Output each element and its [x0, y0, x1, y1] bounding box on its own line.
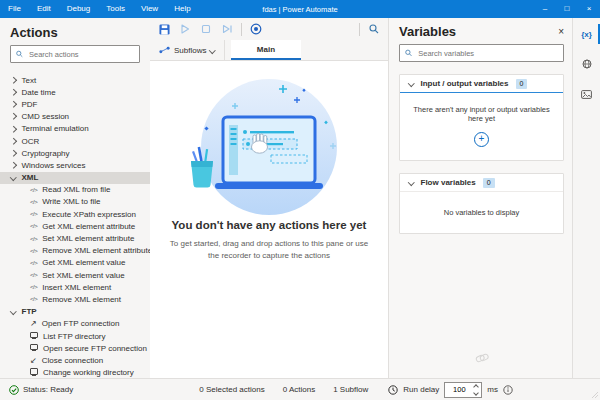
tree-group-xml[interactable]: XML: [0, 172, 150, 184]
subflows-dropdown[interactable]: Subflows: [150, 40, 225, 60]
search-flow-button[interactable]: [367, 21, 381, 37]
chevron-right-icon: [10, 77, 16, 83]
flow-variables-header[interactable]: Flow variables 0: [400, 174, 563, 192]
variables-search-input[interactable]: [416, 48, 558, 59]
tree-item-set-xml-element-value[interactable]: </>Set XML element value: [0, 269, 150, 281]
menu-view[interactable]: View: [133, 0, 166, 18]
chevron-right-icon: [10, 101, 16, 107]
tree-item-remove-xml-element-attribute[interactable]: </>Remove XML element attribute: [0, 245, 150, 257]
variables-search[interactable]: [399, 44, 564, 62]
io-variables-header[interactable]: Input / output variables 0: [400, 75, 563, 93]
tree-item-change-working-directory[interactable]: Change working directory: [0, 367, 150, 379]
tree-group-label: OCR: [22, 137, 40, 146]
tree-group-terminal-emulation[interactable]: Terminal emulation: [0, 123, 150, 135]
actions-panel: Actions Text Date time PDF CMD session T…: [0, 18, 151, 378]
tree-item-label: Close connection: [42, 356, 103, 365]
subflow-count: 1 Subflow: [333, 385, 368, 394]
monitor-icon: [30, 368, 38, 375]
close-icon[interactable]: ×: [578, 0, 600, 18]
tree-group-cryptography[interactable]: Cryptography: [0, 147, 150, 159]
tree-item-label: Open FTP connection: [42, 319, 120, 328]
chevron-down-icon: [408, 80, 414, 86]
menu-tools[interactable]: Tools: [98, 0, 133, 18]
tree-group-ftp[interactable]: FTP: [0, 306, 150, 318]
run-next-action-button[interactable]: [220, 21, 234, 37]
info-icon[interactable]: [503, 385, 513, 395]
flow-variables-empty-text: No variables to display: [412, 208, 551, 217]
tree-item-list-ftp-directory[interactable]: List FTP directory: [0, 330, 150, 342]
run-button[interactable]: [178, 21, 192, 37]
tree-group-label: Windows services: [22, 161, 86, 170]
subflow-tabs: Subflows Main: [150, 40, 388, 61]
minimize-icon[interactable]: –: [534, 0, 556, 18]
menu-file[interactable]: File: [0, 0, 29, 18]
tree-group-cmd-session[interactable]: CMD session: [0, 111, 150, 123]
status-bar: Status: Ready 0 Selected actions 0 Actio…: [0, 378, 600, 400]
rail-images-button[interactable]: [573, 82, 600, 106]
maximize-icon[interactable]: □: [556, 0, 578, 18]
menu-help[interactable]: Help: [166, 0, 198, 18]
tree-item-open-ftp-connection[interactable]: ↗Open FTP connection: [0, 318, 150, 330]
rail-variables-button[interactable]: {x}: [573, 22, 600, 46]
flow-variables-section: Flow variables 0 No variables to display: [399, 173, 564, 234]
tab-main-label: Main: [257, 45, 275, 54]
run-delay-unit: ms: [487, 385, 498, 394]
tree-group-windows-services[interactable]: Windows services: [0, 159, 150, 171]
tree-item-get-xml-element-value[interactable]: </>Get XML element value: [0, 257, 150, 269]
tree-item-write-xml-to-file[interactable]: </>Write XML to file: [0, 196, 150, 208]
tree-group-label: Terminal emulation: [22, 124, 89, 133]
rail-ui-elements-button[interactable]: [573, 52, 600, 76]
menu-debug[interactable]: Debug: [59, 0, 99, 18]
actions-search-input[interactable]: [27, 49, 134, 60]
save-button[interactable]: [157, 21, 171, 37]
add-variable-button[interactable]: +: [474, 132, 489, 147]
io-variables-count-badge: 0: [516, 79, 528, 89]
close-icon[interactable]: ×: [558, 27, 564, 37]
menu-bar: File Edit Debug Tools View Help: [0, 0, 199, 18]
tree-group-label: FTP: [22, 307, 37, 316]
run-delay-stepper[interactable]: [444, 382, 482, 398]
tree-group-label: PDF: [22, 100, 38, 109]
recorder-button[interactable]: [249, 21, 263, 37]
menu-edit[interactable]: Edit: [29, 0, 59, 18]
flow-variables-label: Flow variables: [421, 178, 476, 187]
tree-item-close-connection[interactable]: ↙Close connection: [0, 354, 150, 366]
flow-canvas[interactable]: You don't have any actions here yet To g…: [150, 61, 388, 378]
tree-group-text[interactable]: Text: [0, 74, 150, 86]
decrement-icon[interactable]: [473, 390, 479, 396]
variables-panel-title: Variables: [399, 24, 456, 39]
tree-item-label: Change working directory: [43, 368, 134, 377]
monitor-icon: [30, 332, 38, 339]
code-icon: </>: [30, 223, 37, 229]
actions-count: 0 Actions: [283, 385, 315, 394]
chevron-down-icon: [210, 47, 216, 53]
increment-icon[interactable]: [473, 384, 479, 390]
resize-grip[interactable]: [591, 391, 599, 399]
tree-item-label: Remove XML element: [42, 295, 121, 304]
actions-search[interactable]: [10, 45, 140, 63]
empty-state-heading: You don't have any actions here yet: [172, 219, 367, 231]
chevron-right-icon: [10, 113, 16, 119]
tree-item-label: Get XML element attribute: [42, 222, 135, 231]
tree-group-datetime[interactable]: Date time: [0, 86, 150, 98]
tree-item-remove-xml-element[interactable]: </>Remove XML element: [0, 293, 150, 305]
subflow-icon: [159, 46, 170, 54]
variables-icon: {x}: [581, 30, 592, 39]
empty-state-illustration: [179, 75, 359, 215]
run-delay-input[interactable]: [445, 384, 473, 395]
tree-item-insert-xml-element[interactable]: </>Insert XML element: [0, 281, 150, 293]
tree-group-pdf[interactable]: PDF: [0, 98, 150, 110]
tree-item-open-secure-ftp-connection[interactable]: Open secure FTP connection: [0, 342, 150, 354]
tree-item-execute-xpath-expression[interactable]: </>Execute XPath expression: [0, 208, 150, 220]
search-icon: [369, 24, 379, 34]
tree-item-read-xml-from-file[interactable]: </>Read XML from file: [0, 184, 150, 196]
tree-group-ocr[interactable]: OCR: [0, 135, 150, 147]
actions-tree: Text Date time PDF CMD session Terminal …: [0, 74, 150, 378]
tree-item-set-xml-element-attribute[interactable]: </>Set XML element attribute: [0, 232, 150, 244]
code-icon: </>: [30, 260, 37, 266]
stepper-arrows[interactable]: [474, 385, 478, 395]
stop-button[interactable]: [199, 21, 213, 37]
tree-item-get-xml-element-attribute[interactable]: </>Get XML element attribute: [0, 220, 150, 232]
watermark-icon: [475, 352, 489, 364]
tab-main[interactable]: Main: [231, 40, 301, 60]
